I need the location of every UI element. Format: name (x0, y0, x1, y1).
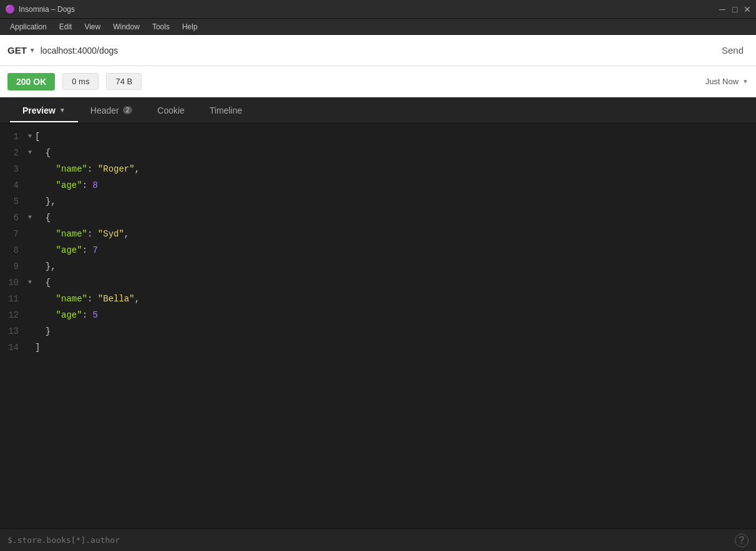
timestamp-chevron-icon: ▼ (742, 78, 749, 85)
code-line: 2▼ { (0, 145, 756, 161)
line-content: } (35, 323, 51, 339)
code-line: 14] (0, 339, 756, 356)
line-number: 4 (0, 177, 25, 193)
code-line: 10▼ { (0, 275, 756, 291)
code-line: 3 "name": "Roger", (0, 161, 756, 177)
code-line: 8 "age": 7 (0, 242, 756, 258)
tab-preview[interactable]: Preview ▼ (10, 99, 78, 122)
menu-tools[interactable]: Tools (146, 21, 176, 32)
response-time: 0 ms (62, 73, 99, 90)
code-line: 13 } (0, 323, 756, 339)
menu-view[interactable]: View (78, 21, 107, 32)
collapse-toggle[interactable]: ▼ (25, 210, 35, 226)
line-content: }, (35, 258, 56, 275)
line-number: 7 (0, 226, 25, 242)
code-line: 5 }, (0, 193, 756, 210)
menu-help[interactable]: Help (176, 21, 204, 32)
app-icon: 🟣 (5, 4, 15, 14)
response-size: 74 B (106, 73, 142, 90)
collapse-toggle[interactable]: ▼ (25, 275, 35, 291)
response-header-row: 200 OK 0 ms 74 B Just Now ▼ (0, 66, 756, 97)
line-content: [ (35, 129, 40, 145)
line-content: { (35, 275, 51, 291)
bottom-bar: ? (0, 529, 756, 551)
line-number: 1 (0, 129, 25, 145)
line-number: 10 (0, 275, 25, 291)
close-button[interactable]: ✕ (744, 6, 751, 13)
collapse-toggle[interactable]: ▼ (25, 129, 35, 145)
window-controls: ─ □ ✕ (719, 6, 751, 13)
url-input[interactable] (41, 46, 712, 56)
line-number: 11 (0, 291, 25, 307)
menu-edit[interactable]: Edit (53, 21, 79, 32)
line-content: { (35, 145, 51, 161)
line-number: 8 (0, 242, 25, 258)
method-selector[interactable]: GET ▼ (7, 45, 36, 56)
line-content: "name": "Bella", (35, 291, 140, 307)
line-number: 6 (0, 210, 25, 226)
timestamp-text: Just Now (705, 77, 739, 86)
filter-input[interactable] (7, 535, 735, 545)
line-content: "age": 8 (35, 177, 98, 193)
tab-cookie[interactable]: Cookie (145, 99, 197, 122)
url-bar: GET ▼ Send (0, 35, 756, 66)
tab-timeline[interactable]: Timeline (197, 99, 254, 122)
code-line: 6▼ { (0, 210, 756, 226)
method-chevron-icon: ▼ (29, 47, 36, 54)
menu-window[interactable]: Window (107, 21, 146, 32)
line-content: ] (35, 339, 40, 356)
line-number: 5 (0, 193, 25, 210)
preview-chevron-icon: ▼ (59, 107, 65, 114)
code-line: 11 "name": "Bella", (0, 291, 756, 307)
collapse-toggle[interactable]: ▼ (25, 145, 35, 161)
line-number: 13 (0, 323, 25, 339)
code-line: 4 "age": 8 (0, 177, 756, 193)
line-number: 14 (0, 339, 25, 356)
code-line: 1▼[ (0, 129, 756, 145)
menu-bar: Application Edit View Window Tools Help (0, 19, 756, 35)
status-badge: 200 OK (7, 73, 55, 90)
maximize-button[interactable]: □ (731, 6, 739, 13)
method-label: GET (7, 45, 27, 56)
tabs-bar: Preview ▼ Header 2 Cookie Timeline (0, 97, 756, 124)
code-line: 7 "name": "Syd", (0, 226, 756, 242)
title-bar-left: 🟣 Insomnia – Dogs (5, 4, 75, 14)
line-number: 3 (0, 161, 25, 177)
code-line: 9 }, (0, 258, 756, 275)
minimize-button[interactable]: ─ (719, 6, 726, 13)
line-number: 2 (0, 145, 25, 161)
code-view: 1▼[2▼ {3 "name": "Roger",4 "age": 85 },6… (0, 124, 756, 529)
line-number: 9 (0, 258, 25, 275)
line-content: "age": 7 (35, 242, 98, 258)
line-content: "age": 5 (35, 307, 98, 323)
line-content: { (35, 210, 51, 226)
app-title: Insomnia – Dogs (19, 5, 75, 14)
menu-application[interactable]: Application (4, 21, 53, 32)
send-button[interactable]: Send (717, 42, 749, 58)
help-button[interactable]: ? (735, 534, 749, 547)
title-bar: 🟣 Insomnia – Dogs ─ □ ✕ (0, 0, 756, 19)
line-content: }, (35, 193, 56, 210)
code-line: 12 "age": 5 (0, 307, 756, 323)
line-number: 12 (0, 307, 25, 323)
tab-header[interactable]: Header 2 (78, 99, 145, 122)
line-content: "name": "Roger", (35, 161, 140, 177)
line-content: "name": "Syd", (35, 226, 129, 242)
timestamp-area[interactable]: Just Now ▼ (705, 77, 749, 86)
